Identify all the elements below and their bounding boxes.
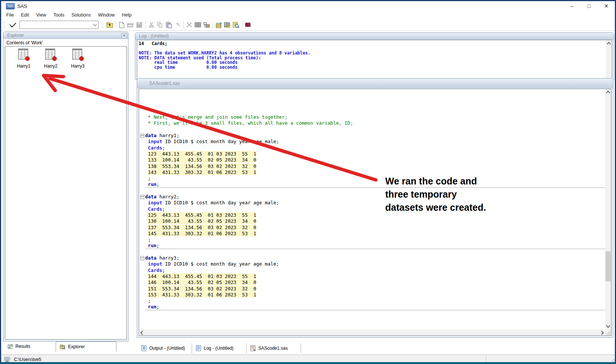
log-line: NOTE: The data set WORK.HARRY2 has 4 obs… xyxy=(139,51,612,56)
annotation-line: We ran the code and xyxy=(385,175,486,188)
close-button[interactable]: ✕ xyxy=(598,1,615,11)
dataset-harry3[interactable]: Harry3 xyxy=(65,48,91,69)
command-input[interactable] xyxy=(21,21,90,28)
scrollbar-thumb[interactable] xyxy=(605,251,611,281)
code-gutter xyxy=(139,267,145,273)
computer-icon xyxy=(4,357,11,362)
run-check-icon[interactable] xyxy=(9,21,16,27)
code-line: run; xyxy=(139,304,605,310)
scroll-left-icon[interactable] xyxy=(140,331,144,335)
log-window: Log - (Untitled) 14 Cards; NOTE: The dat… xyxy=(135,32,614,80)
code-gutter xyxy=(139,127,145,133)
code-line xyxy=(139,249,605,255)
code-line: 137 553.34 134.56 03 02 2023 32 0 xyxy=(139,225,605,231)
chevron-down-icon[interactable] xyxy=(93,23,97,26)
menu-window[interactable]: Window xyxy=(94,12,118,18)
tab-results[interactable]: Results xyxy=(4,341,56,351)
scroll-up-icon[interactable] xyxy=(607,42,611,46)
editor-vertical-scrollbar[interactable] xyxy=(605,89,611,329)
find-document-icon[interactable] xyxy=(232,20,240,29)
menu-solutions[interactable]: Solutions xyxy=(68,12,94,18)
code-line: * Next, let's merge and join some files … xyxy=(139,114,605,120)
dataset-label: Harry1 xyxy=(11,63,37,69)
collapse-minus-icon[interactable] xyxy=(140,195,144,199)
code-gutter xyxy=(139,249,145,255)
code-gutter xyxy=(139,298,145,304)
menu-edit[interactable]: Edit xyxy=(17,12,33,18)
tab-log-label: Log - (Untitled) xyxy=(204,346,233,351)
log-vertical-scrollbar[interactable] xyxy=(606,40,612,79)
code-line: ; xyxy=(139,237,605,243)
code-gutter xyxy=(139,200,145,206)
organize-tree-icon[interactable] xyxy=(202,20,211,29)
new-document-icon[interactable] xyxy=(118,20,126,29)
undo-icon[interactable] xyxy=(173,20,182,29)
code-line: 146 100.14 43.55 02 05 2023 34 0 xyxy=(139,279,605,285)
explorer-title-text: Explorer xyxy=(7,33,24,38)
minimize-button[interactable]: – xyxy=(563,1,580,11)
table-view-icon[interactable] xyxy=(194,20,202,29)
sas-logo-icon: sas xyxy=(6,3,15,9)
menu-tools[interactable]: Tools xyxy=(50,12,68,18)
scroll-down-icon[interactable] xyxy=(606,323,610,328)
code-gutter xyxy=(139,151,145,157)
save-icon[interactable] xyxy=(135,20,144,29)
code-gutter xyxy=(139,212,145,218)
log-page-icon xyxy=(196,345,201,351)
code-line: 145 431.33 303.32 01 06 2023 53 1 xyxy=(139,231,605,237)
log-title-text: Log - (Untitled) xyxy=(139,33,169,39)
copy-icon[interactable] xyxy=(156,20,164,29)
delete-icon[interactable] xyxy=(185,20,194,29)
resize-grip[interactable] xyxy=(610,358,614,363)
code-gutter xyxy=(139,273,145,279)
menu-help[interactable]: Help xyxy=(118,12,135,18)
maximize-button[interactable]: □ xyxy=(580,1,598,11)
code-line: input ID ICD10 $ cost month day year age… xyxy=(139,261,605,267)
code-gutter xyxy=(139,206,145,212)
cut-icon[interactable] xyxy=(147,20,156,29)
code-gutter xyxy=(139,292,145,298)
tab-results-label: Results xyxy=(15,344,30,349)
up-one-level-icon[interactable] xyxy=(106,20,114,29)
new-library-icon[interactable] xyxy=(214,20,223,29)
log-lines: 14 Cards; NOTE: The data set WORK.HARRY2… xyxy=(137,40,612,70)
tab-explorer[interactable]: Explorer xyxy=(56,341,117,352)
collapse-minus-icon[interactable] xyxy=(140,256,144,260)
code-lines[interactable]: * Next, let's merge and join some files … xyxy=(139,89,605,329)
menubar: File Edit View Tools Solutions Window He… xyxy=(1,11,615,19)
code-line: run; xyxy=(139,243,605,249)
code-line xyxy=(139,90,605,96)
resize-grip[interactable] xyxy=(606,330,610,335)
code-gutter xyxy=(139,96,145,102)
menu-view[interactable]: View xyxy=(33,12,50,18)
menu-file[interactable]: File xyxy=(3,12,17,18)
toolbar-separator xyxy=(145,21,145,29)
editor-horizontal-scrollbar[interactable] xyxy=(139,329,605,335)
code-line xyxy=(139,102,605,108)
dataset-table-icon xyxy=(17,48,30,62)
key-table-icon[interactable] xyxy=(223,20,232,29)
sas-main-window: sas SAS – □ ✕ File Edit View Tools Solut… xyxy=(0,0,616,364)
collapse-minus-icon[interactable] xyxy=(140,134,144,138)
code-gutter xyxy=(139,218,145,224)
toolbar-separator xyxy=(212,21,213,29)
dataset-harry1[interactable]: Harry1 xyxy=(11,48,37,69)
code-line: 153 431.33 303.32 01 06 2023 53 1 xyxy=(139,292,605,298)
explorer-close-icon[interactable]: ✕ xyxy=(121,33,127,39)
code-gutter xyxy=(139,139,145,145)
toolbar xyxy=(1,19,615,31)
tab-output-untitled[interactable]: Output - (Untitled) xyxy=(138,343,192,354)
tab-sascode[interactable]: SAScode1.sas xyxy=(247,343,301,354)
code-line: Cards; xyxy=(139,145,605,151)
code-line: data harry1; xyxy=(139,133,605,139)
tab-log-untitled[interactable]: Log - (Untitled) xyxy=(192,343,246,354)
paste-icon[interactable] xyxy=(164,20,173,29)
explorer-window: Explorer ✕ Contents of 'Work' Harry1 Har… xyxy=(3,32,129,341)
dataset-harry2[interactable]: Harry2 xyxy=(38,48,64,69)
code-gutter xyxy=(139,175,145,181)
code-line xyxy=(139,108,605,114)
scroll-right-icon[interactable] xyxy=(599,331,604,335)
open-folder-icon[interactable] xyxy=(126,20,135,29)
help-book-icon[interactable] xyxy=(244,20,252,29)
scroll-up-icon[interactable] xyxy=(606,91,610,95)
